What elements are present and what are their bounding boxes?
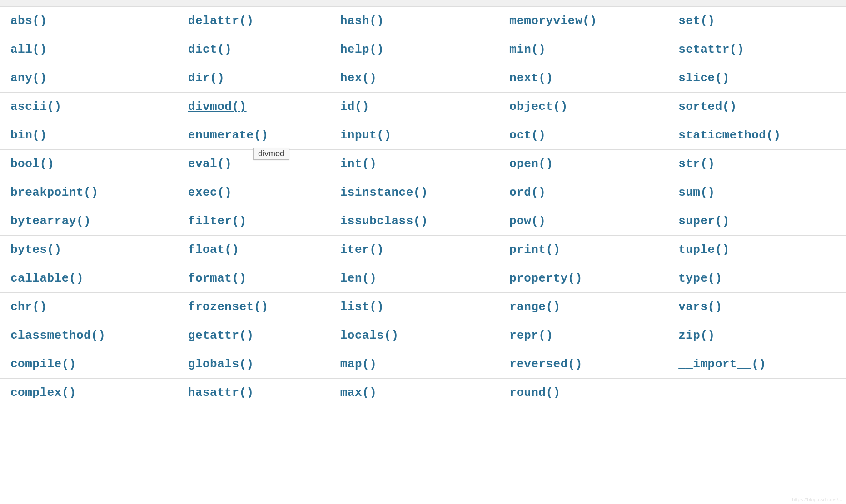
function-link[interactable]: bool() [10, 157, 55, 171]
function-link[interactable]: bin() [10, 128, 47, 142]
function-link[interactable]: zip() [678, 329, 715, 342]
function-link[interactable]: iter() [340, 243, 384, 257]
function-link[interactable]: callable() [10, 272, 84, 285]
function-link[interactable]: help() [340, 43, 384, 56]
function-link[interactable]: getattr() [188, 329, 254, 342]
header-col-0 [0, 0, 178, 7]
table-row: callable()format()len()property()type() [0, 264, 846, 293]
function-link[interactable]: memoryview() [509, 14, 597, 28]
function-link[interactable]: staticmethod() [678, 128, 781, 142]
table-cell: hasattr() [178, 379, 330, 407]
table-body: abs()delattr()hash()memoryview()set()all… [0, 7, 846, 407]
table-cell: int() [330, 150, 499, 178]
function-link[interactable]: format() [188, 272, 247, 285]
function-link[interactable]: reversed() [509, 357, 582, 371]
function-link[interactable]: id() [340, 100, 369, 114]
function-link[interactable]: ascii() [10, 100, 62, 114]
function-link[interactable]: ord() [509, 186, 546, 199]
table-cell: classmethod() [0, 321, 178, 350]
table-cell: map() [330, 350, 499, 379]
function-link[interactable]: repr() [509, 329, 553, 342]
table-cell: zip() [668, 321, 846, 350]
table-cell: exec() [178, 178, 330, 207]
table-cell: __import__() [668, 350, 846, 379]
function-link[interactable]: list() [340, 300, 384, 314]
table-cell: id() [330, 93, 499, 121]
function-link[interactable]: bytes() [10, 243, 62, 257]
function-link[interactable]: min() [509, 43, 546, 56]
function-link[interactable]: __import__() [678, 357, 766, 371]
table-cell: round() [499, 379, 668, 407]
function-link[interactable]: oct() [509, 128, 546, 142]
function-link[interactable]: hasattr() [188, 386, 254, 400]
function-link[interactable]: type() [678, 272, 722, 285]
table-cell: divmod() [178, 93, 330, 121]
function-link[interactable]: str() [678, 157, 715, 171]
table-cell: object() [499, 93, 668, 121]
table-cell: filter() [178, 207, 330, 236]
function-link[interactable]: dir() [188, 71, 225, 85]
function-link[interactable]: next() [509, 71, 553, 85]
function-link[interactable]: open() [509, 157, 553, 171]
function-link[interactable]: set() [678, 14, 715, 28]
function-link[interactable]: bytearray() [10, 214, 91, 228]
function-link[interactable]: chr() [10, 300, 47, 314]
table-cell [668, 379, 846, 407]
function-link[interactable]: float() [188, 243, 239, 257]
function-link[interactable]: property() [509, 272, 582, 285]
function-link[interactable]: vars() [678, 300, 722, 314]
table-cell: pow() [499, 207, 668, 236]
function-link[interactable]: delattr() [188, 14, 254, 28]
function-link[interactable]: super() [678, 214, 730, 228]
function-link[interactable]: sorted() [678, 100, 737, 114]
table-row: bool()eval()int()open()str() [0, 150, 846, 178]
function-link[interactable]: divmod() [188, 100, 247, 114]
function-link[interactable]: pow() [509, 214, 546, 228]
function-link[interactable]: max() [340, 386, 377, 400]
table-row: compile()globals()map()reversed()__impor… [0, 350, 846, 379]
function-link[interactable]: abs() [10, 14, 47, 28]
table-cell: frozenset() [178, 293, 330, 321]
header-col-2 [330, 0, 499, 7]
function-link[interactable]: int() [340, 157, 377, 171]
function-link[interactable]: map() [340, 357, 377, 371]
function-link[interactable]: len() [340, 272, 377, 285]
function-link[interactable]: locals() [340, 329, 399, 342]
table-cell: breakpoint() [0, 178, 178, 207]
function-link[interactable]: range() [509, 300, 561, 314]
table-cell: slice() [668, 64, 846, 93]
function-link[interactable]: hash() [340, 14, 384, 28]
table-cell: type() [668, 264, 846, 293]
function-link[interactable]: slice() [678, 71, 730, 85]
table-cell: sum() [668, 178, 846, 207]
function-link[interactable]: classmethod() [10, 329, 105, 342]
function-link[interactable]: any() [10, 71, 47, 85]
table-cell: memoryview() [499, 7, 668, 35]
table-cell: delattr() [178, 7, 330, 35]
function-link[interactable]: object() [509, 100, 568, 114]
table-row: chr()frozenset()list()range()vars() [0, 293, 846, 321]
function-link[interactable]: issubclass() [340, 214, 428, 228]
function-link[interactable]: filter() [188, 214, 247, 228]
function-link[interactable]: frozenset() [188, 300, 269, 314]
table-cell: bool() [0, 150, 178, 178]
function-link[interactable]: eval() [188, 157, 232, 171]
function-link[interactable]: print() [509, 243, 561, 257]
function-link[interactable]: globals() [188, 357, 254, 371]
function-link[interactable]: exec() [188, 186, 232, 199]
function-link[interactable]: setattr() [678, 43, 744, 56]
function-link[interactable]: hex() [340, 71, 377, 85]
function-link[interactable]: enumerate() [188, 128, 269, 142]
function-link[interactable]: complex() [10, 386, 76, 400]
function-link[interactable]: dict() [188, 43, 232, 56]
function-link[interactable]: breakpoint() [10, 186, 98, 199]
function-link[interactable]: input() [340, 128, 392, 142]
table-cell: max() [330, 379, 499, 407]
header-col-1 [178, 0, 330, 7]
function-link[interactable]: tuple() [678, 243, 730, 257]
function-link[interactable]: sum() [678, 186, 715, 199]
function-link[interactable]: compile() [10, 357, 76, 371]
function-link[interactable]: isinstance() [340, 186, 428, 199]
function-link[interactable]: round() [509, 386, 561, 400]
function-link[interactable]: all() [10, 43, 47, 56]
